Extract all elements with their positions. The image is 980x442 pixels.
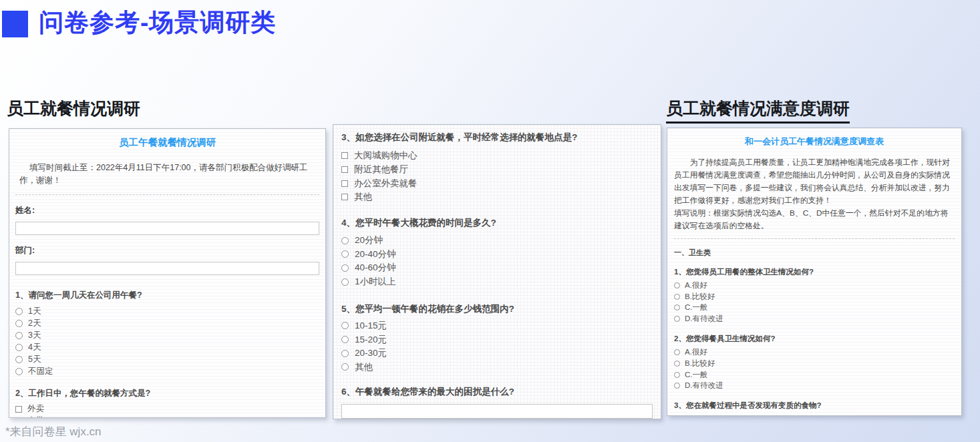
- radio-option[interactable]: 20-30元: [341, 347, 653, 361]
- option-label: 5天: [28, 354, 41, 365]
- question-5-text: 5、您平均一顿午餐的花销在多少钱范围内?: [341, 303, 653, 315]
- radio-icon[interactable]: [341, 237, 349, 244]
- checkbox-option[interactable]: 其他: [341, 190, 653, 204]
- radio-icon[interactable]: [15, 332, 23, 339]
- question-2-options: 外卖 自带 大阅城附近餐饮店铺内堂食 其他: [15, 403, 319, 419]
- option-label: 1天: [28, 306, 41, 317]
- question-6-input[interactable]: [341, 404, 653, 419]
- radio-icon[interactable]: [341, 350, 349, 357]
- option-label: B.比较好: [685, 359, 715, 369]
- option-label: 其他: [354, 191, 372, 203]
- option-label: C.一般: [685, 302, 708, 312]
- option-label: 大阅城购物中心: [354, 150, 418, 162]
- radio-option[interactable]: A.很好: [674, 280, 955, 291]
- radio-option[interactable]: 20分钟: [341, 234, 653, 248]
- intro-paragraph: 为了持续提高员工用餐质量，让员工更加精神饱满地完成各项工作，现针对员工用餐情况满…: [674, 156, 955, 207]
- radio-icon[interactable]: [341, 363, 349, 371]
- radio-option[interactable]: A.没有: [674, 413, 955, 416]
- page-title: 问卷参考-场景调研类: [39, 6, 276, 39]
- radio-option[interactable]: 40-60分钟: [341, 261, 653, 275]
- question-2-text: 2、工作日中，您午餐的就餐方式是?: [15, 388, 319, 399]
- checkbox-icon[interactable]: [15, 406, 22, 413]
- radio-icon[interactable]: [674, 316, 680, 322]
- option-label: 20-40分钟: [355, 248, 396, 260]
- checkbox-option[interactable]: 大阅城购物中心: [341, 149, 653, 163]
- checkbox-icon[interactable]: [341, 166, 348, 173]
- radio-option[interactable]: 10-15元: [341, 319, 653, 333]
- radio-option[interactable]: 1小时以上: [341, 275, 653, 289]
- checkbox-option[interactable]: 自带: [15, 415, 319, 419]
- left-card-title: 员工午餐就餐情况调研: [15, 136, 319, 149]
- radio-icon[interactable]: [15, 344, 23, 351]
- radio-icon[interactable]: [674, 294, 680, 300]
- option-label: 3天: [28, 330, 41, 341]
- option-label: A.很好: [685, 347, 707, 357]
- question-4-options: 20分钟 20-40分钟 40-60分钟 1小时以上: [341, 234, 653, 289]
- option-label: 2天: [28, 318, 41, 329]
- radio-icon[interactable]: [341, 278, 349, 286]
- intro-instructions: 填写说明：根据实际情况勾选A、B、C、D中任意一个，然后针对不足的地方将建议写在…: [674, 207, 955, 232]
- radio-icon[interactable]: [341, 336, 349, 343]
- radio-option[interactable]: 2天: [15, 318, 319, 330]
- checkbox-icon[interactable]: [341, 152, 348, 159]
- radio-option[interactable]: 不固定: [15, 366, 319, 378]
- right-card-intro: 为了持续提高员工用餐质量，让员工更加精神饱满地完成各项工作，现针对员工用餐情况满…: [674, 156, 955, 232]
- radio-icon[interactable]: [674, 282, 680, 288]
- radio-icon[interactable]: [15, 368, 23, 375]
- radio-option[interactable]: 4天: [15, 342, 319, 354]
- radio-icon[interactable]: [674, 372, 680, 378]
- radio-icon[interactable]: [341, 264, 349, 272]
- radio-option[interactable]: C.一般: [674, 302, 955, 314]
- radio-icon[interactable]: [15, 356, 23, 363]
- section-1-label: 一、卫生类: [674, 248, 955, 258]
- department-input[interactable]: [15, 262, 319, 275]
- radio-option[interactable]: D.有待改进: [674, 381, 955, 392]
- radio-option[interactable]: B.比较好: [674, 358, 955, 369]
- name-input[interactable]: [15, 222, 319, 235]
- checkbox-icon[interactable]: [15, 418, 22, 419]
- checkbox-option[interactable]: 办公室外卖就餐: [341, 176, 653, 190]
- option-label: C.一般: [685, 370, 708, 380]
- radio-option[interactable]: 3天: [15, 330, 319, 342]
- option-label: D.有待改进: [685, 314, 723, 324]
- satisfaction-survey-card: 和一会计员工午餐情况满意度调查表 为了持续提高员工用餐质量，让员工更加精神饱满地…: [667, 128, 962, 416]
- checkbox-icon[interactable]: [341, 194, 348, 200]
- radio-icon[interactable]: [341, 250, 349, 258]
- radio-option[interactable]: D.有待改进: [674, 313, 955, 324]
- source-attribution: *来自问卷星 wjx.cn: [5, 424, 102, 439]
- radio-option[interactable]: 5天: [15, 354, 319, 366]
- radio-icon[interactable]: [341, 322, 349, 329]
- checkbox-icon[interactable]: [341, 180, 348, 187]
- option-label: 40-60分钟: [355, 262, 396, 274]
- radio-icon[interactable]: [674, 383, 680, 389]
- option-label: 其他: [355, 361, 373, 373]
- option-label: 不固定: [28, 366, 53, 377]
- hygiene-question-3-options: A.没有 B.偶尔 C.经常 D.很多: [674, 413, 955, 416]
- option-label: D.有待改进: [685, 381, 723, 391]
- left-panel-heading: 员工就餐情况调研: [7, 97, 140, 120]
- radio-icon[interactable]: [674, 361, 680, 367]
- radio-option[interactable]: A.很好: [674, 347, 955, 358]
- checkbox-option[interactable]: 附近其他餐厅: [341, 163, 653, 177]
- radio-option[interactable]: 1天: [15, 306, 319, 318]
- radio-option[interactable]: 20-40分钟: [341, 247, 653, 261]
- lunch-survey-card-page2: 3、如您选择在公司附近就餐，平时经常选择的就餐地点是? 大阅城购物中心 附近其他…: [333, 124, 661, 419]
- question-4-text: 4、您平时午餐大概花费的时间是多久?: [341, 217, 653, 229]
- option-label: 附近其他餐厅: [354, 164, 408, 176]
- radio-option[interactable]: B.比较好: [674, 291, 955, 302]
- right-panel-heading: 员工就餐情况满意度调研: [666, 97, 850, 124]
- left-card-intro: 填写时间截止至：2022年4月11日下午17:00，请各部门积极配合做好调研工作…: [15, 162, 319, 187]
- option-label: A.没有: [685, 414, 707, 416]
- radio-icon[interactable]: [15, 320, 23, 327]
- radio-option[interactable]: 15-20元: [341, 333, 653, 347]
- radio-icon[interactable]: [674, 349, 680, 355]
- hygiene-question-2-text: 2、您觉得餐具卫生情况如何?: [674, 334, 955, 344]
- page: 问卷参考-场景调研类 员工就餐情况调研 员工就餐情况满意度调研 员工午餐就餐情况…: [0, 0, 980, 442]
- radio-option[interactable]: 其他: [341, 361, 653, 375]
- checkbox-option[interactable]: 外卖: [15, 403, 319, 415]
- radio-option[interactable]: C.一般: [674, 369, 955, 381]
- question-3-options: 大阅城购物中心 附近其他餐厅 办公室外卖就餐 其他: [341, 149, 653, 204]
- department-label: 部门:: [15, 245, 319, 256]
- radio-icon[interactable]: [15, 308, 23, 315]
- radio-icon[interactable]: [674, 304, 680, 310]
